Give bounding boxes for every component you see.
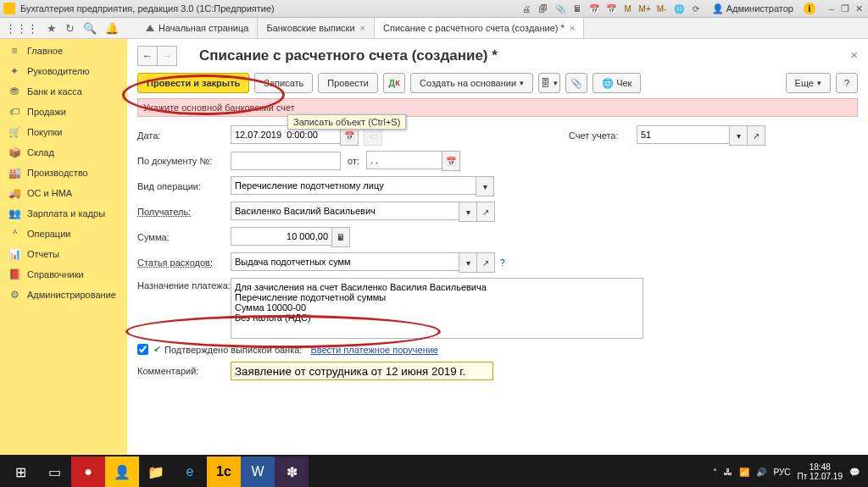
print-icon[interactable]: 🖨 xyxy=(520,3,532,14)
open-icon[interactable]: ↗ xyxy=(477,252,495,273)
task-1c[interactable]: 1c xyxy=(207,457,241,487)
apps-icon[interactable]: ⋮⋮⋮ xyxy=(5,22,38,35)
calendar2-icon[interactable]: 📅 xyxy=(605,3,617,14)
sidebar-item-sales[interactable]: 🏷Продажи xyxy=(0,102,127,122)
user-label[interactable]: 👤Администратор xyxy=(712,3,793,14)
windows-taskbar: ⊞ ▭ ● 👤 📁 e 1c W ✽ ˄ 🖧 📶 🔊 РУС 18:48 Пт … xyxy=(0,455,868,487)
refresh-icon[interactable]: ⟳ xyxy=(690,3,702,14)
sidebar-item-main[interactable]: ≡Главное xyxy=(0,41,127,61)
dk-button[interactable]: ДК xyxy=(383,73,405,93)
favorite-icon[interactable]: ★ xyxy=(47,22,57,35)
calendar-icon[interactable]: 📅 xyxy=(588,3,600,14)
toolbar-icon[interactable]: 🗐 xyxy=(537,3,549,14)
more-button[interactable]: Еще▾ xyxy=(786,73,831,93)
sidebar-item-admin[interactable]: ⚙Администрирование xyxy=(0,285,127,305)
enter-payment-order-link[interactable]: Ввести платежное поручение xyxy=(310,345,438,355)
info-icon[interactable]: i xyxy=(804,3,815,14)
tray-network-icon[interactable]: 🖧 xyxy=(724,468,732,477)
dropdown-icon[interactable]: ▾ xyxy=(729,125,748,146)
notifications-icon[interactable]: 💬 xyxy=(849,468,860,477)
maximize-button[interactable]: ❐ xyxy=(839,3,851,14)
m-minus-icon[interactable]: M- xyxy=(656,3,668,14)
tray-sound-icon[interactable]: 🔊 xyxy=(756,468,766,477)
sidebar-item-salary[interactable]: 👥Зарплата и кадры xyxy=(0,203,127,224)
search-icon[interactable]: 🔍 xyxy=(83,22,97,35)
from-date-input[interactable] xyxy=(366,151,442,169)
calc-icon[interactable]: 🖩 xyxy=(571,3,583,14)
docnum-input[interactable] xyxy=(231,152,341,170)
back-button[interactable]: ← xyxy=(137,46,158,66)
gear-icon: ⚙ xyxy=(8,289,20,301)
confirm-label: Подтверждено выпиской банка: xyxy=(164,345,302,355)
sidebar-item-production[interactable]: 🏭Производство xyxy=(0,163,127,183)
task-app-3[interactable]: ✽ xyxy=(275,457,309,487)
post-and-close-button[interactable]: Провести и закрыть xyxy=(137,73,249,93)
tab-bank-statements[interactable]: Банковские выписки× xyxy=(258,18,375,38)
purpose-textarea[interactable] xyxy=(231,278,643,339)
tray-clock[interactable]: 18:48 Пт 12.07.19 xyxy=(798,462,843,481)
dropdown-icon[interactable]: ▾ xyxy=(459,202,477,222)
close-button[interactable]: ✕ xyxy=(853,3,865,14)
task-app-2[interactable]: 👤 xyxy=(105,457,139,487)
comment-input[interactable] xyxy=(231,362,493,380)
tab-home[interactable]: Начальная страница xyxy=(137,18,258,38)
sidebar-item-operations[interactable]: ᴬОперации xyxy=(0,224,127,244)
task-app-1[interactable]: ● xyxy=(71,457,105,487)
forward-button[interactable]: → xyxy=(158,46,177,66)
tab-close-icon[interactable]: × xyxy=(570,23,575,33)
tag-icon: 🏷 xyxy=(8,106,20,118)
attach-button[interactable]: 📎 xyxy=(565,73,587,93)
sidebar-item-manager[interactable]: ✦Руководителю xyxy=(0,61,127,81)
sidebar-item-stock[interactable]: 📦Склад xyxy=(0,142,127,163)
optype-input[interactable] xyxy=(231,176,476,195)
expense-label[interactable]: Статья расходов: xyxy=(137,257,231,268)
structure-button[interactable]: 🗄▾ xyxy=(538,73,560,93)
payee-label[interactable]: Получатель: xyxy=(137,207,231,217)
tab-writeoff[interactable]: Списание с расчетного счета (создание) *… xyxy=(375,18,584,38)
payee-input[interactable] xyxy=(231,202,459,220)
dropdown-icon[interactable]: ▾ xyxy=(459,252,477,273)
help-icon[interactable]: ? xyxy=(500,258,505,268)
start-button[interactable]: ⊞ xyxy=(3,457,37,487)
page-close-icon[interactable]: × xyxy=(850,47,858,62)
sidebar-item-reports[interactable]: 📊Отчеты xyxy=(0,244,127,264)
task-view-button[interactable]: ▭ xyxy=(37,457,71,487)
check-button[interactable]: 🌐 Чек xyxy=(593,73,641,93)
calc-icon[interactable]: 🖩 xyxy=(331,227,350,247)
confirm-checkbox[interactable] xyxy=(137,344,148,355)
bell-icon[interactable]: 🔔 xyxy=(105,22,119,35)
tray-up-icon[interactable]: ˄ xyxy=(713,468,717,477)
sidebar-item-purchases[interactable]: 🛒Покупки xyxy=(0,122,127,142)
history-icon[interactable]: ↻ xyxy=(65,22,75,35)
m-plus-icon[interactable]: M+ xyxy=(639,3,651,14)
dropdown-icon[interactable]: ▾ xyxy=(476,176,494,196)
account-input[interactable] xyxy=(637,125,729,144)
globe-icon[interactable]: 🌐 xyxy=(673,3,685,14)
sidebar-item-os[interactable]: 🚚ОС и НМА xyxy=(0,183,127,203)
post-button[interactable]: Провести xyxy=(318,73,378,93)
content: × ← → Списание с расчетного счета (созда… xyxy=(127,39,868,455)
task-explorer[interactable]: 📁 xyxy=(139,457,173,487)
docnum-label: По документу №: xyxy=(137,156,231,166)
open-icon[interactable]: ↗ xyxy=(477,202,495,222)
help-button[interactable]: ? xyxy=(836,73,858,93)
box-icon: 📦 xyxy=(8,147,20,158)
tray-lang[interactable]: РУС xyxy=(773,468,790,477)
system-tray[interactable]: ˄ 🖧 📶 🔊 РУС 18:48 Пт 12.07.19 💬 xyxy=(713,462,865,481)
sum-input[interactable] xyxy=(231,227,331,246)
minimize-button[interactable]: – xyxy=(826,3,837,14)
write-button[interactable]: Записать xyxy=(254,73,313,93)
tab-close-icon[interactable]: × xyxy=(360,23,365,33)
open-icon[interactable]: ↗ xyxy=(748,125,765,146)
expense-input[interactable] xyxy=(231,252,459,271)
tray-wifi-icon[interactable]: 📶 xyxy=(739,468,749,477)
link-icon[interactable]: 📎 xyxy=(554,3,566,14)
task-ie[interactable]: e xyxy=(173,457,207,487)
task-word[interactable]: W xyxy=(241,457,275,487)
create-based-button[interactable]: Создать на основании▾ xyxy=(410,73,533,93)
truck-icon: 🚚 xyxy=(8,187,20,199)
sidebar-item-bank[interactable]: ⛃Банк и касса xyxy=(0,81,127,102)
sidebar-item-catalogs[interactable]: 📕Справочники xyxy=(0,264,127,285)
calendar-icon[interactable]: 📅 xyxy=(442,151,460,171)
m-icon[interactable]: M xyxy=(622,3,634,14)
